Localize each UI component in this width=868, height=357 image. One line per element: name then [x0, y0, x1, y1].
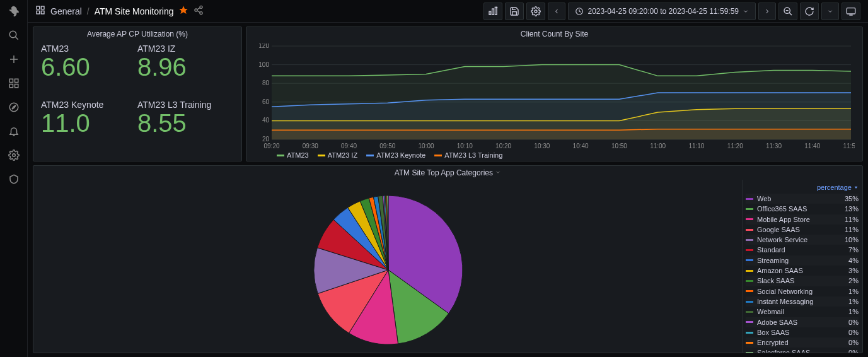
svg-point-0 [9, 31, 16, 38]
svg-rect-11 [37, 6, 40, 9]
legend-name: Instant Messaging [757, 297, 845, 306]
legend-item[interactable]: ATM23 [277, 151, 309, 159]
panel-title: ATM Site Top App Categories [33, 166, 862, 180]
zoom-out-button[interactable] [778, 3, 797, 20]
pie-chart[interactable] [310, 191, 467, 349]
time-next-button[interactable] [758, 3, 776, 20]
pie-legend-row[interactable]: Mobile App Store11% [746, 214, 859, 225]
legend-swatch [746, 301, 753, 303]
svg-point-10 [12, 154, 15, 157]
legend-swatch [746, 198, 753, 200]
legend-name: Encrypted [757, 338, 845, 347]
pie-legend-row[interactable]: Box SAAS0% [746, 327, 859, 337]
svg-rect-5 [14, 79, 18, 82]
pie-legend-row[interactable]: Adobe SAAS0% [746, 317, 859, 327]
chevron-down-icon[interactable] [495, 169, 501, 175]
svg-text:120: 120 [258, 44, 269, 49]
search-icon[interactable] [8, 29, 20, 42]
svg-marker-61 [855, 187, 858, 189]
legend-item[interactable]: ATM23 Keynote [366, 151, 425, 159]
svg-rect-14 [41, 11, 44, 14]
pie-legend-row[interactable]: Web35% [746, 194, 859, 204]
pie-legend-row[interactable]: Standard7% [746, 245, 859, 255]
svg-text:60: 60 [262, 98, 270, 105]
svg-text:10:20: 10:20 [495, 143, 511, 149]
legend-swatch [746, 208, 753, 210]
time-prev-button[interactable] [548, 3, 565, 20]
plus-icon[interactable] [8, 53, 20, 66]
svg-text:09:30: 09:30 [303, 143, 318, 149]
pie-legend-row[interactable]: Slack SAAS2% [746, 276, 859, 286]
legend-swatch [366, 155, 374, 156]
svg-text:20: 20 [262, 136, 270, 143]
alerting-icon[interactable] [8, 125, 20, 138]
panel-title: Average AP CP Utilization (%) [33, 27, 241, 41]
svg-point-16 [200, 6, 202, 8]
pie-legend-row[interactable]: Salesforce SAAS0% [746, 348, 859, 353]
svg-line-19 [197, 8, 200, 9]
svg-text:11:00: 11:00 [650, 143, 666, 149]
breadcrumb: General / ATM Site Monitoring [50, 6, 173, 16]
linechart[interactable]: 2040608010012009:2009:3009:4009:5010:001… [252, 44, 855, 149]
legend-swatch [746, 352, 753, 353]
legend-name: Adobe SAAS [757, 318, 845, 327]
pie-legend-row[interactable]: Webmail1% [746, 307, 859, 317]
svg-text:80: 80 [262, 79, 270, 86]
dashboards-icon[interactable] [35, 5, 45, 17]
pie-legend-row[interactable]: Streaming4% [746, 255, 859, 266]
legend-pct: 0% [848, 338, 859, 347]
grafana-logo[interactable] [8, 5, 20, 18]
stat-value: 8.55 [137, 110, 234, 136]
add-panel-button[interactable] [483, 3, 502, 20]
svg-rect-21 [489, 11, 491, 15]
explore-icon[interactable] [8, 101, 20, 114]
stat-label: ATM23 [41, 44, 137, 54]
svg-point-26 [535, 10, 537, 13]
pie-legend-header[interactable]: percentage [746, 182, 859, 194]
panel-average-ap-cp-utilization[interactable]: Average AP CP Utilization (%) ATM23 6.60… [33, 26, 242, 161]
pie-legend-row[interactable]: Social Networking1% [746, 286, 859, 296]
configuration-icon[interactable] [8, 149, 20, 161]
server-admin-icon[interactable] [8, 173, 20, 185]
svg-text:10:30: 10:30 [534, 143, 550, 149]
stat-value: 8.96 [137, 54, 234, 80]
svg-rect-4 [9, 79, 13, 82]
legend-pct: 13% [845, 204, 859, 213]
sort-desc-icon [854, 185, 859, 190]
star-icon[interactable] [178, 5, 188, 17]
pie-legend-row[interactable]: Google SAAS11% [746, 225, 859, 235]
breadcrumb-folder[interactable]: General [50, 6, 82, 16]
dashboards-icon[interactable] [8, 77, 20, 90]
svg-line-1 [15, 37, 18, 40]
legend-item[interactable]: ATM23 IZ [318, 151, 357, 159]
pie-legend-row[interactable]: Network Service10% [746, 235, 859, 245]
svg-text:09:20: 09:20 [263, 143, 279, 149]
save-button[interactable] [505, 3, 524, 20]
timerange-picker[interactable]: 2023-04-25 09:20:00 to 2023-04-25 11:59:… [568, 3, 756, 20]
legend-pct: 7% [848, 245, 859, 254]
refresh-button[interactable] [800, 3, 819, 20]
pie-legend-row[interactable]: Office365 SAAS13% [746, 204, 859, 214]
panel-atm-top-app-categories[interactable]: ATM Site Top App Categories percentage W… [33, 165, 863, 353]
legend-name: Social Networking [757, 287, 845, 296]
refresh-interval-button[interactable] [821, 3, 839, 20]
share-icon[interactable] [194, 5, 204, 17]
cycle-view-button[interactable] [842, 3, 860, 20]
legend-swatch [746, 249, 753, 251]
settings-button[interactable] [526, 3, 545, 20]
pie-legend-row[interactable]: Instant Messaging1% [746, 296, 859, 307]
legend-label: ATM23 L3 Training [444, 151, 502, 159]
legend-swatch [746, 259, 753, 261]
stat-label: ATM23 L3 Training [137, 100, 234, 110]
pie-legend-row[interactable]: Amazon SAAS3% [746, 266, 859, 276]
svg-point-17 [195, 9, 197, 11]
topbar: General / ATM Site Monitoring [28, 0, 868, 23]
legend-item[interactable]: ATM23 L3 Training [434, 151, 502, 159]
pie-legend-row[interactable]: Encrypted0% [746, 337, 859, 348]
panel-client-count-by-site[interactable]: Client Count By Site 2040608010012009:20… [246, 26, 863, 161]
legend-pct: 4% [848, 256, 859, 265]
timerange-label: 2023-04-25 09:20:00 to 2023-04-25 11:59:… [587, 7, 739, 16]
nav-sidebar [0, 0, 28, 357]
svg-text:10:40: 10:40 [573, 143, 589, 149]
legend-pct: 0% [848, 348, 859, 353]
